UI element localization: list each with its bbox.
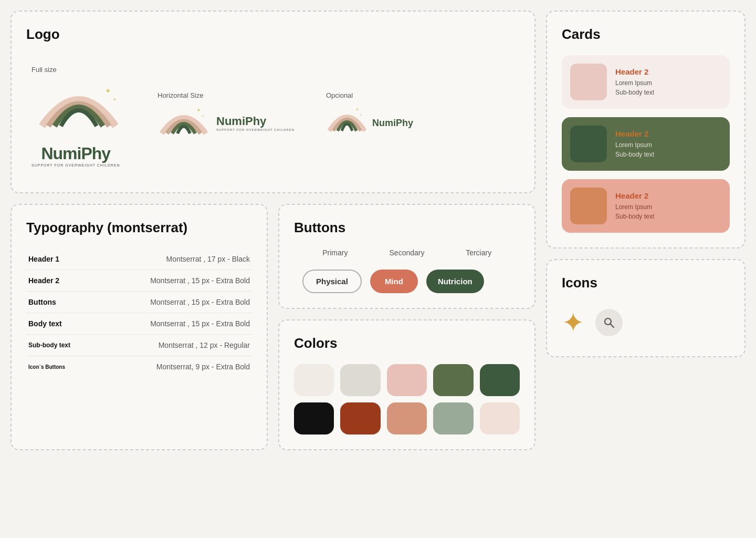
card-header-0: Header 2 [615,67,654,76]
opcional-logo-row: ✦ ✦ NumiPhy [326,105,413,141]
horizontal-logo-row: ✦ ✦ NumiPhy SUPPORT FOR OVERWEIGHT CHILD… [158,105,295,141]
colors-grid [294,364,520,434]
search-icon [595,309,623,336]
card-body-1: Lorem Ipsum Sub-body text [615,140,654,159]
card-thumb-0 [570,64,607,100]
logo-variants: Full size ✦ ✦ NumiPhy SUPPORT FOR OVERWE… [26,55,520,178]
color-swatch-3 [433,364,473,396]
card-body-2: Lorem Ipsum Sub-body text [615,202,654,221]
type-header2-name: Header 2 [26,270,117,292]
logo-title: Logo [26,26,520,43]
buttons-colors-column: Buttons Primary Secondary Terciary Physi… [278,204,536,450]
buttons-row: Physical Mind Nutricion [294,270,520,293]
svg-text:✦: ✦ [105,87,111,95]
numiphy-name-full: NumiPhy [32,144,120,163]
svg-text:✦: ✦ [196,107,201,113]
card-thumb-2 [570,188,607,224]
typography-table: Header 1 Montserrat , 17 px - Black Head… [26,249,252,377]
btn-label-secondary: Secondary [382,249,433,257]
color-swatch-7 [387,402,427,434]
numiphy-name-horizontal: NumiPhy [216,115,295,128]
right-column: Cards Header 2Lorem Ipsum Sub-body textH… [546,11,746,450]
card-header-1: Header 2 [615,129,654,138]
bottom-row: Typography (montserrat) Header 1 Montser… [10,204,536,450]
button-physical[interactable]: Physical [302,270,362,293]
logo-opcional-svg: ✦ ✦ [326,105,368,141]
type-subbody-name: Sub-body text [26,335,117,356]
cards-list: Header 2Lorem Ipsum Sub-body textHeader … [562,55,730,233]
svg-text:✦: ✦ [113,97,117,102]
color-swatch-5 [294,402,334,434]
logo-full-label: Full size [32,66,57,74]
logo-full-size: Full size ✦ ✦ NumiPhy SUPPORT FOR OVERWE… [32,66,126,167]
typography-title: Typography (montserrat) [26,220,252,236]
card-text-1: Header 2Lorem Ipsum Sub-body text [615,129,654,159]
color-swatch-0 [294,364,334,396]
card-body-0: Lorem Ipsum Sub-body text [615,78,654,97]
icons-row: ✦ [562,304,730,342]
buttons-title: Buttons [294,220,520,236]
type-icon-desc: Montserrat, 9 px - Extra Bold [117,356,252,378]
type-header2-desc: Montserrat , 15 px - Extra Bold [117,270,252,292]
color-swatch-1 [340,364,380,396]
svg-text:✦: ✦ [355,107,359,112]
svg-line-7 [611,324,614,327]
card-thumb-1 [570,126,607,162]
star-icon: ✦ [562,309,585,336]
logo-horizontal-label: Horizontal Size [158,91,203,99]
card-text-2: Header 2Lorem Ipsum Sub-body text [615,191,654,221]
typography-row-header2: Header 2 Montserrat , 15 px - Extra Bold [26,270,252,292]
color-swatch-2 [387,364,427,396]
type-header1-desc: Montserrat , 17 px - Black [117,249,252,270]
typography-row-buttons: Buttons Montserrat , 15 px - Extra Bold [26,292,252,313]
icons-panel: Icons ✦ [546,259,746,357]
type-buttons-desc: Montserrat , 15 px - Extra Bold [117,292,252,313]
numiphy-name-opcional: NumiPhy [372,118,413,129]
cards-title: Cards [562,26,730,43]
buttons-labels: Primary Secondary Terciary [294,249,520,257]
btn-label-terciary: Terciary [453,249,504,257]
logo-full-svg: ✦ ✦ [32,79,126,142]
card-header-2: Header 2 [615,191,654,200]
logo-opcional-label: Opcional [326,91,353,99]
numiphy-subtext-full: SUPPORT FOR OVERWEIGHT CHILDREN [32,163,120,167]
colors-title: Colors [294,335,520,351]
button-nutricion[interactable]: Nutricion [426,270,484,293]
search-svg [603,317,615,328]
color-swatch-4 [480,364,520,396]
logo-opcional: Opcional ✦ ✦ NumiPhy [326,91,413,141]
card-text-0: Header 2Lorem Ipsum Sub-body text [615,67,654,97]
type-body-desc: Montserrat , 15 px - Extra Bold [117,313,252,335]
colors-panel: Colors [278,319,536,450]
buttons-panel: Buttons Primary Secondary Terciary Physi… [278,204,536,309]
logo-horizontal-svg: ✦ ✦ [158,105,210,141]
icons-title: Icons [562,275,730,291]
btn-label-primary: Primary [310,249,361,257]
typography-row-icon: Icon`s Buttons Montserrat, 9 px - Extra … [26,356,252,378]
svg-text:✦: ✦ [202,115,204,118]
type-icon-name: Icon`s Buttons [26,356,117,378]
typography-row-header1: Header 1 Montserrat , 17 px - Black [26,249,252,270]
cards-panel: Cards Header 2Lorem Ipsum Sub-body textH… [546,11,746,249]
logo-horizontal: Horizontal Size ✦ ✦ NumiPhy SUPPOR [158,91,295,141]
card-item-2: Header 2Lorem Ipsum Sub-body text [562,179,730,233]
typography-row-body: Body text Montserrat , 15 px - Extra Bol… [26,313,252,335]
color-swatch-8 [433,402,473,434]
logo-panel: Logo Full size ✦ ✦ [10,11,536,193]
button-mind[interactable]: Mind [370,270,418,293]
type-header1-name: Header 1 [26,249,117,270]
type-body-name: Body text [26,313,117,335]
svg-point-6 [605,318,611,325]
type-buttons-name: Buttons [26,292,117,313]
color-swatch-9 [480,402,520,434]
card-item-1: Header 2Lorem Ipsum Sub-body text [562,117,730,171]
svg-text:✦: ✦ [360,113,362,117]
typography-panel: Typography (montserrat) Header 1 Montser… [10,204,268,450]
color-swatch-6 [340,402,380,434]
card-item-0: Header 2Lorem Ipsum Sub-body text [562,55,730,109]
numiphy-subtext-horizontal: SUPPORT FOR OVERWEIGHT CHILDREN [216,128,295,131]
type-subbody-desc: Montserrat , 12 px - Regular [117,335,252,356]
typography-row-subbody: Sub-body text Montserrat , 12 px - Regul… [26,335,252,356]
